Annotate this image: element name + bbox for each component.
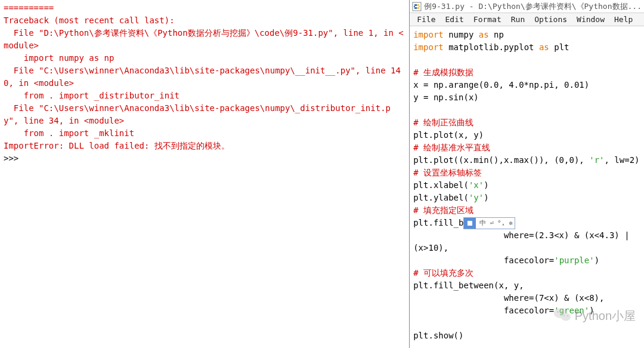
traceback-code: from . import _distributor_init: [4, 90, 405, 102]
code-text: facecolor=: [413, 255, 554, 265]
menu-item-format[interactable]: Format: [469, 14, 506, 25]
code-line: [413, 54, 640, 66]
code-line: plt.plot(x, y): [413, 129, 640, 141]
python-file-icon: [412, 2, 422, 11]
svg-point-7: [564, 315, 565, 316]
code-text: plt.plot((x.min(),x.max()), (0,0),: [413, 155, 589, 165]
code-string: 'purple': [554, 255, 594, 265]
code-line: # 可以填充多次: [413, 267, 640, 279]
interactive-prompt[interactable]: >>>: [4, 152, 405, 165]
code-line: import matplotlib.pyplot as plt: [413, 41, 640, 54]
traceback-code: from . import _mklinit: [4, 127, 405, 140]
code-keyword: as: [479, 30, 489, 39]
code-line: facecolor='purple'): [413, 254, 640, 267]
window-title: 例9-31.py - D:\Python\参考课件资料\《Python数据...: [424, 1, 642, 12]
code-text: plt: [549, 42, 569, 52]
wechat-icon: [553, 307, 571, 325]
separator-line: ==========: [4, 2, 405, 14]
code-comment: # 绘制正弦曲线: [413, 118, 473, 127]
code-string: 'y': [469, 193, 484, 202]
code-text: np: [489, 30, 504, 39]
code-text: ): [484, 180, 488, 190]
ime-toolbar[interactable]: 中⏎°,✲: [463, 217, 515, 229]
traceback-header: Traceback (most recent call last):: [4, 14, 405, 27]
code-text: plt.fill_between(x, y,: [413, 281, 524, 290]
menu-item-options[interactable]: Options: [530, 14, 572, 25]
ime-button[interactable]: °,: [496, 218, 507, 229]
code-comment: # 可以填充多次: [413, 268, 473, 278]
code-line: # 填充指定区域: [413, 204, 640, 217]
code-line: # 生成模拟数据: [413, 66, 640, 79]
menubar: FileEditFormatRunOptionsWindowHelp: [410, 13, 644, 26]
console-pane[interactable]: ========== Traceback (most recent call l…: [0, 0, 410, 348]
code-text: plt.show(): [413, 331, 463, 340]
menu-item-edit[interactable]: Edit: [441, 14, 469, 25]
ime-button[interactable]: ✲: [507, 218, 515, 229]
code-text: plt.plot(x, y): [413, 130, 484, 140]
watermark-text: Python小屋: [575, 308, 636, 324]
code-line: where=(2.3<x) & (x<4.3) | (x>10),: [413, 229, 640, 254]
code-line: x = np.arange(0.0, 4.0*np.pi, 0.01): [413, 79, 640, 91]
code-line: plt.plot((x.min(),x.max()), (0,0), 'r', …: [413, 154, 640, 167]
ime-logo-icon: [464, 218, 476, 229]
code-comment: # 生成模拟数据: [413, 67, 473, 77]
code-string: 'r': [589, 155, 604, 165]
svg-point-5: [557, 311, 559, 313]
traceback-frame: File "C:\Users\winner\Anaconda3\lib\site…: [4, 64, 405, 90]
code-text: ): [595, 255, 599, 265]
code-comment: # 填充指定区域: [413, 205, 473, 215]
code-line: plt.ylabel('y'): [413, 192, 640, 204]
ime-button[interactable]: ⏎: [488, 218, 496, 229]
svg-rect-2: [467, 221, 472, 226]
code-comment: # 绘制基准水平直线: [413, 143, 490, 152]
code-line: # 绘制基准水平直线: [413, 141, 640, 154]
code-text: ): [484, 193, 488, 202]
code-string: 'x': [469, 180, 484, 190]
code-text: x = np.arange(0.0, 4.0*np.pi, 0.01): [413, 80, 589, 90]
code-keyword: import: [413, 30, 444, 39]
code-line: plt.show(): [413, 329, 640, 342]
code-line: # 设置坐标轴标签: [413, 167, 640, 179]
ime-button[interactable]: 中: [478, 218, 488, 229]
code-text: plt.fill_b: [413, 218, 463, 227]
code-text: , lw=2): [605, 155, 640, 165]
code-keyword: as: [539, 42, 549, 52]
code-text: plt.ylabel(: [413, 193, 469, 202]
traceback-code: import numpy as np: [4, 52, 405, 64]
traceback-error: ImportError: DLL load failed: 找不到指定的模块。: [4, 140, 405, 152]
traceback-frame: File "C:\Users\winner\Anaconda3\lib\site…: [4, 102, 405, 127]
svg-point-4: [561, 313, 571, 321]
watermark: Python小屋: [553, 307, 636, 325]
code-text: numpy: [444, 30, 479, 39]
window-titlebar: 例9-31.py - D:\Python\参考课件资料\《Python数据...: [410, 0, 644, 13]
code-line: # 绘制正弦曲线: [413, 116, 640, 129]
code-keyword: import: [413, 42, 444, 52]
code-comment: # 设置坐标轴标签: [413, 168, 482, 177]
code-line: plt.fill_b中⏎°,✲: [413, 217, 640, 229]
code-text: y = np.sin(x): [413, 93, 479, 102]
code-line: y = np.sin(x): [413, 91, 640, 104]
code-line: plt.xlabel('x'): [413, 179, 640, 192]
svg-point-8: [567, 315, 568, 316]
code-line: [413, 104, 640, 116]
menu-item-file[interactable]: File: [412, 14, 440, 25]
traceback-frame: File "D:\Python\参考课件资料\《Python数据分析与挖掘》\c…: [4, 27, 405, 52]
code-text: where=(2.3<x) & (x<4.3) | (x>10),: [413, 230, 634, 252]
code-line: where=(7<x) & (x<8),: [413, 292, 640, 304]
svg-point-6: [561, 311, 563, 313]
code-line: import numpy as np: [413, 29, 640, 41]
menu-item-window[interactable]: Window: [572, 14, 609, 25]
menu-item-run[interactable]: Run: [506, 14, 530, 25]
code-text: plt.xlabel(: [413, 180, 469, 190]
code-editor[interactable]: import numpy as npimport matplotlib.pypl…: [410, 26, 644, 348]
code-text: facecolor=: [413, 306, 554, 315]
code-line: plt.fill_between(x, y,: [413, 279, 640, 292]
editor-pane: 例9-31.py - D:\Python\参考课件资料\《Python数据...…: [410, 0, 644, 348]
code-text: where=(7<x) & (x<8),: [413, 293, 604, 303]
code-text: matplotlib.pyplot: [444, 42, 539, 52]
menu-item-help[interactable]: Help: [609, 14, 637, 25]
